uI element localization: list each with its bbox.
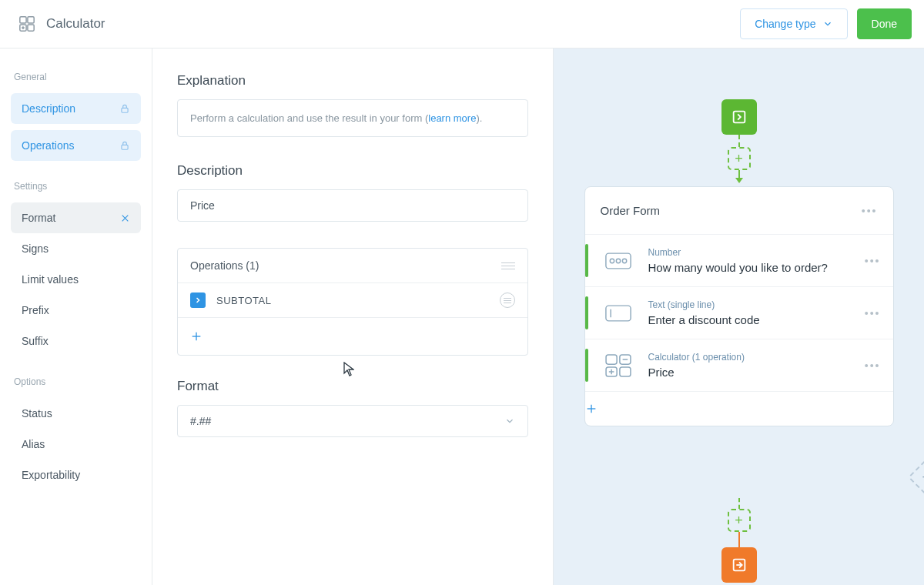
field-menu[interactable]: ••• <box>865 359 881 372</box>
explanation-box: Perform a calculation and use the result… <box>177 99 528 137</box>
cursor-icon <box>343 362 354 377</box>
field-type: Calculator (1 operation) <box>648 352 857 363</box>
svg-rect-19 <box>606 354 617 363</box>
sidebar-item-label: Status <box>22 407 52 420</box>
text-field-icon <box>588 299 648 326</box>
form-field[interactable]: Number How many would you like to order?… <box>585 234 893 286</box>
svg-point-14 <box>610 259 614 262</box>
sidebar-item-label: Description <box>22 102 75 115</box>
add-node-button[interactable]: + <box>728 509 751 532</box>
sidebar-item-alias[interactable]: Alias <box>11 429 141 460</box>
topbar: Calculator Change type Done <box>0 0 924 48</box>
arrow-down-icon <box>735 178 743 183</box>
change-type-button[interactable]: Change type <box>740 8 847 39</box>
svg-rect-6 <box>122 108 128 112</box>
flow-end-node[interactable] <box>721 547 757 583</box>
svg-rect-17 <box>605 306 630 321</box>
sidebar-group-general: General <box>14 72 138 82</box>
drag-handle-icon[interactable] <box>501 260 515 272</box>
page-title: Calculator <box>46 16 105 32</box>
done-button[interactable]: Done <box>857 8 912 39</box>
format-select[interactable]: #.## <box>177 405 528 437</box>
operation-name: SUBTOTAL <box>216 295 271 306</box>
calculator-field-icon <box>588 352 648 379</box>
svg-rect-22 <box>619 366 630 376</box>
format-value: #.## <box>190 415 211 427</box>
editor-panel: Explanation Perform a calculation and us… <box>152 48 554 585</box>
sidebar-item-limit-values[interactable]: Limit values <box>11 264 141 295</box>
field-type: Text (single line) <box>648 299 857 310</box>
sidebar-item-suffix[interactable]: Suffix <box>11 326 141 356</box>
sidebar-item-description[interactable]: Description <box>11 93 141 124</box>
sidebar-item-label: Exportability <box>22 469 80 481</box>
preview-panel: + Order Form ••• <box>554 48 924 585</box>
sidebar-item-label: Limit values <box>22 273 79 286</box>
sidebar-item-status[interactable]: Status <box>11 398 141 429</box>
field-type: Number <box>648 247 857 258</box>
sidebar-item-label: Suffix <box>22 335 49 347</box>
sidebar: General Description Operations Settings <box>0 48 152 585</box>
form-field[interactable]: Text (single line) Enter a discount code… <box>585 286 893 339</box>
explanation-title: Explanation <box>177 73 528 89</box>
field-menu[interactable]: ••• <box>865 307 881 319</box>
sidebar-item-label: Prefix <box>22 304 49 316</box>
svg-rect-7 <box>122 145 128 149</box>
operation-detail-icon[interactable] <box>500 292 515 308</box>
explanation-text-post: ). <box>476 112 482 124</box>
svg-point-16 <box>622 259 626 262</box>
sidebar-item-exportability[interactable]: Exportability <box>11 460 141 490</box>
flow-start-node[interactable] <box>721 99 757 135</box>
lock-icon <box>119 140 130 151</box>
form-card-title: Order Form <box>601 204 661 217</box>
form-field[interactable]: Calculator (1 operation) Price ••• <box>585 339 893 391</box>
add-field-button[interactable] <box>585 391 893 426</box>
explanation-text: Perform a calculation and use the result… <box>190 112 428 124</box>
svg-point-15 <box>616 259 620 262</box>
chevron-down-icon <box>504 416 515 426</box>
add-operation-button[interactable] <box>178 318 527 355</box>
chevron-down-icon <box>822 18 833 29</box>
description-title: Description <box>177 163 528 179</box>
format-title: Format <box>177 379 528 394</box>
calculator-icon <box>18 15 35 32</box>
operation-chip-icon <box>190 292 206 308</box>
learn-more-link[interactable]: learn more <box>428 112 476 124</box>
field-label: How many would you like to order? <box>648 261 857 274</box>
form-card: Order Form ••• Number How many would you… <box>584 186 894 426</box>
form-card-menu[interactable]: ••• <box>862 205 878 217</box>
done-label: Done <box>872 18 897 30</box>
add-node-button[interactable]: + <box>728 147 751 170</box>
svg-rect-3 <box>28 25 34 31</box>
sidebar-group-options: Options <box>14 376 138 387</box>
sidebar-item-prefix[interactable]: Prefix <box>11 295 141 326</box>
sidebar-item-label: Format <box>22 212 55 224</box>
field-menu[interactable]: ••• <box>865 255 881 267</box>
field-label: Price <box>648 366 857 379</box>
svg-rect-12 <box>733 112 745 123</box>
sidebar-item-label: Signs <box>22 242 49 255</box>
sidebar-group-settings: Settings <box>14 181 138 192</box>
description-input[interactable] <box>177 189 528 222</box>
sidebar-item-signs[interactable]: Signs <box>11 233 141 264</box>
add-branch-button[interactable]: + <box>908 459 924 496</box>
svg-rect-0 <box>20 17 26 23</box>
svg-rect-1 <box>28 17 34 23</box>
operations-title: Operations (1) <box>190 259 259 272</box>
sidebar-item-operations[interactable]: Operations <box>11 130 141 161</box>
close-icon[interactable] <box>120 213 130 223</box>
change-type-label: Change type <box>755 18 815 30</box>
sidebar-item-label: Operations <box>22 139 74 152</box>
field-label: Enter a discount code <box>648 313 857 326</box>
lock-icon <box>119 103 130 114</box>
sidebar-item-label: Alias <box>22 438 45 450</box>
number-field-icon <box>588 247 648 274</box>
operation-row[interactable]: SUBTOTAL <box>178 283 527 318</box>
sidebar-item-format[interactable]: Format <box>11 202 141 233</box>
operations-box: Operations (1) SUBTOTAL <box>177 248 528 356</box>
